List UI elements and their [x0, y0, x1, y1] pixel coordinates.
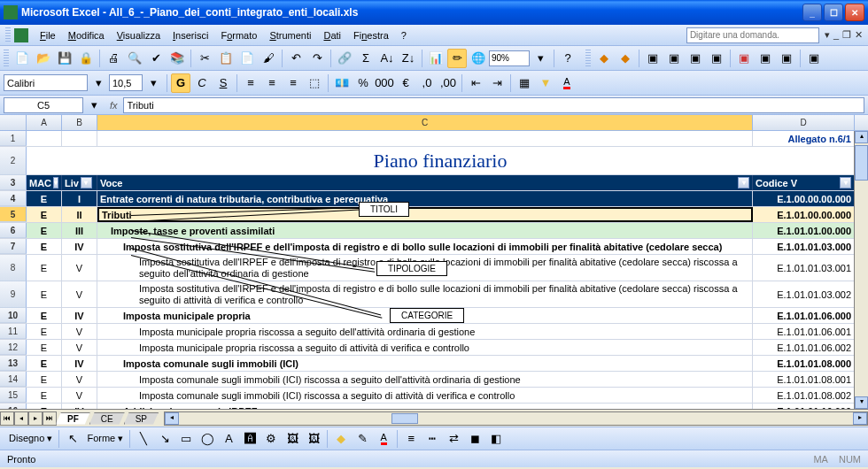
font-dropdown-icon[interactable]: ▾	[89, 73, 108, 93]
doc-minimize-button[interactable]: _	[833, 29, 839, 41]
scroll-left-icon[interactable]: ◂	[165, 412, 179, 425]
menu-data[interactable]: Dati	[317, 27, 347, 43]
tb5-icon[interactable]: ▣	[686, 49, 705, 68]
col-header-A[interactable]: A	[27, 115, 62, 130]
dropdown-icon[interactable]: ▾	[825, 29, 830, 41]
drawing-icon[interactable]: ✏	[447, 49, 467, 68]
doc-icon[interactable]	[14, 28, 28, 42]
select-all-corner[interactable]	[0, 115, 27, 130]
linecolor-icon[interactable]: ✎	[353, 429, 372, 449]
permission-icon[interactable]: 🔒	[76, 49, 96, 68]
open-icon[interactable]: 📂	[34, 49, 53, 68]
sort-asc-icon[interactable]: A↓	[377, 49, 397, 68]
3d-icon[interactable]: ◧	[486, 429, 506, 449]
font-size-box[interactable]	[109, 74, 143, 91]
row-header[interactable]: 1	[0, 131, 27, 146]
col-header-C[interactable]: C	[97, 115, 753, 130]
filter-icon[interactable]: ▾	[81, 177, 92, 188]
new-icon[interactable]: 📄	[12, 49, 32, 68]
format-painter-icon[interactable]: 🖌	[259, 49, 278, 68]
tb6-icon[interactable]: ▣	[707, 49, 726, 68]
sheet-tab-sp[interactable]: SP	[124, 412, 159, 425]
worksheet-grid[interactable]: A B C D 1 Allegato n.6/1 2 Piano finanzi…	[0, 115, 868, 409]
align-center-icon[interactable]: ≡	[262, 73, 282, 93]
row-header[interactable]: 6	[0, 223, 27, 238]
autoshapes-menu[interactable]: Forme ▾	[83, 431, 127, 446]
fontcolor2-icon[interactable]: A	[374, 429, 393, 449]
menu-format[interactable]: Formato	[214, 27, 263, 43]
font-name-box[interactable]	[4, 74, 88, 91]
clipart-icon[interactable]: 🖼	[283, 429, 302, 449]
oval-icon[interactable]: ◯	[198, 429, 217, 449]
bold-button[interactable]: G	[171, 73, 190, 93]
copy-icon[interactable]: 📋	[216, 49, 236, 68]
preview-icon[interactable]: 🔍	[125, 49, 144, 68]
redo-icon[interactable]: ↷	[307, 49, 327, 68]
fontcolor-icon[interactable]: A	[557, 73, 577, 93]
tb10-icon[interactable]: ▣	[804, 49, 824, 68]
menu-tools[interactable]: Strumenti	[263, 27, 317, 43]
tb4-icon[interactable]: ▣	[664, 49, 684, 68]
drawing-menu[interactable]: Disegno ▾	[5, 431, 56, 446]
picture-icon[interactable]: 🖼	[304, 429, 323, 449]
col-header-B[interactable]: B	[62, 115, 97, 130]
paste-icon[interactable]: 📄	[237, 49, 257, 68]
row-header[interactable]: 2	[0, 147, 27, 175]
fillcolor-icon[interactable]: ▼	[536, 73, 555, 93]
row-header[interactable]: 11	[0, 324, 27, 339]
select-arrow-icon[interactable]: ↖	[63, 429, 82, 449]
tb9-icon[interactable]: ▣	[777, 49, 796, 68]
close-button[interactable]: ✕	[845, 4, 864, 21]
help-icon[interactable]: ?	[558, 49, 577, 68]
fillcolor2-icon[interactable]: ◆	[331, 429, 351, 449]
rect-icon[interactable]: ▭	[176, 429, 196, 449]
tb8-icon[interactable]: ▣	[756, 49, 775, 68]
fx-label[interactable]: fx	[110, 100, 118, 111]
underline-button[interactable]: S	[213, 73, 233, 93]
namebox-dropdown-icon[interactable]: ▾	[84, 96, 104, 115]
wordart-icon[interactable]: 🅰	[240, 429, 260, 449]
menu-view[interactable]: Visualizza	[111, 27, 167, 43]
sheet-title[interactable]: Piano finanziario	[27, 147, 855, 174]
save-icon[interactable]: 💾	[55, 49, 74, 68]
scroll-right-icon[interactable]: ▸	[853, 412, 867, 425]
row-header[interactable]: 4	[0, 191, 27, 206]
align-right-icon[interactable]: ≡	[283, 73, 303, 93]
zoom-dropdown-icon[interactable]: ▾	[531, 49, 550, 68]
line-icon[interactable]: ╲	[134, 429, 153, 449]
minimize-button[interactable]: _	[802, 4, 822, 21]
menu-window[interactable]: Finestra	[347, 27, 395, 43]
italic-button[interactable]: C	[192, 73, 212, 93]
arrow-icon[interactable]: ↘	[155, 429, 174, 449]
linestyle-icon[interactable]: ≡	[401, 429, 421, 449]
doc-restore-button[interactable]: ❐	[842, 29, 851, 41]
textbox-icon[interactable]: 𝖠	[219, 429, 238, 449]
toolbar-handle-2[interactable]	[585, 50, 591, 67]
row-header[interactable]: 14	[0, 372, 27, 387]
toolbar-handle[interactable]	[5, 27, 11, 43]
arrow-left-icon[interactable]: ◆	[594, 49, 614, 68]
row-header[interactable]: 7	[0, 239, 27, 254]
maximize-button[interactable]: ☐	[824, 4, 843, 21]
chart-icon[interactable]: 📊	[426, 49, 446, 68]
scroll-down-icon[interactable]: ▾	[855, 396, 868, 409]
scroll-up-icon[interactable]: ▴	[855, 131, 868, 143]
research-icon[interactable]: 📚	[167, 49, 187, 68]
row-header[interactable]: 10	[0, 308, 27, 323]
sheet-tab-ce[interactable]: CE	[89, 412, 125, 425]
percent-icon[interactable]: %	[353, 73, 373, 93]
cut-icon[interactable]: ✂	[195, 49, 214, 68]
menu-help[interactable]: ?	[395, 27, 413, 43]
col-header-D[interactable]: D	[753, 115, 855, 130]
merge-icon[interactable]: ⬚	[305, 73, 324, 93]
allegato-label[interactable]: Allegato n.6/1	[753, 131, 855, 146]
scroll-thumb[interactable]	[391, 413, 418, 424]
row-header[interactable]: 13	[0, 356, 27, 371]
map-icon[interactable]: 🌐	[469, 49, 488, 68]
tb3-icon[interactable]: ▣	[643, 49, 663, 68]
row-header[interactable]: 5	[0, 207, 27, 222]
arrow-right-icon[interactable]: ◆	[616, 49, 635, 68]
undo-icon[interactable]: ↶	[286, 49, 306, 68]
formula-input[interactable]	[123, 97, 864, 113]
tab-prev-icon[interactable]: ◂	[14, 411, 28, 426]
